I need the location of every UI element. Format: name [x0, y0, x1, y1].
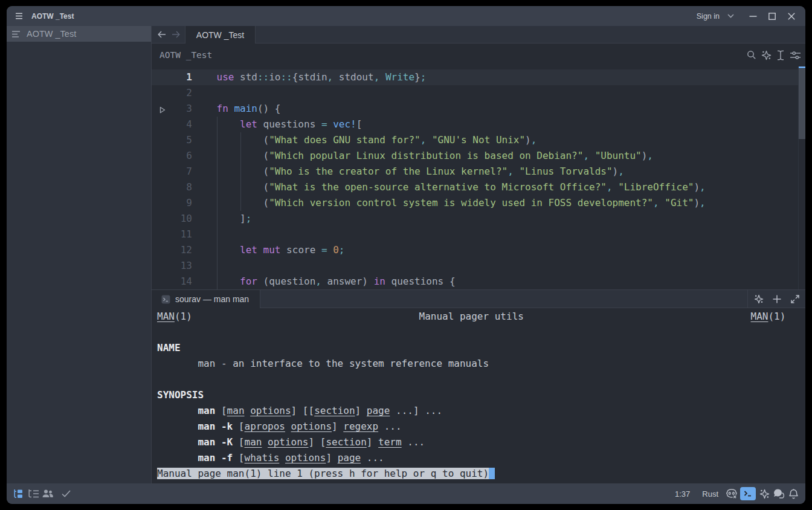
notifications-toggle[interactable]	[787, 486, 799, 502]
terminal-row	[157, 324, 805, 340]
terminal-tab-bar: sourav — man man	[152, 290, 805, 308]
code-text: ("What does GNU stand for?", "GNU's Not …	[217, 132, 537, 148]
terminal-row: man [man options] [[section] page ...] .…	[157, 403, 805, 419]
code-line-13[interactable]: 13	[152, 258, 805, 274]
right-content: AOTW _Test AOTW _Test	[152, 26, 805, 483]
scrollbar-thumb[interactable]	[799, 69, 805, 139]
editor-controls-button[interactable]	[788, 48, 802, 62]
collab-panel-toggle[interactable]	[42, 486, 54, 502]
line-number: 5	[152, 132, 218, 148]
main-area: AOTW _Test	[7, 26, 805, 483]
sparkle-icon	[754, 294, 764, 304]
code-line-7[interactable]: 7 ("Who is the creator of the Linux kern…	[152, 164, 805, 179]
line-number: 8	[152, 179, 218, 195]
code-text: fn main() {	[217, 101, 281, 117]
terminal-output[interactable]: MAN(1) Manual pager utils MAN(1)NAME man…	[152, 308, 805, 483]
project-panel-selected-item[interactable]: AOTW _Test	[7, 26, 151, 42]
terminal-panel: sourav — man man	[152, 290, 805, 483]
close-button[interactable]	[782, 8, 801, 25]
terminal-row: SYNOPSIS	[157, 387, 805, 403]
line-number: 2	[152, 85, 218, 101]
titlebar: AOTW _Test Sign in	[7, 6, 805, 26]
buffer-search-button[interactable]	[744, 48, 759, 62]
terminal-row: Manual page man(1) line 1 (press h for h…	[157, 466, 805, 482]
tab-aotw-test[interactable]: AOTW _Test	[185, 26, 256, 44]
indent-guide	[217, 117, 218, 289]
app-menu-button[interactable]	[10, 6, 27, 26]
editor-scrollbar[interactable]	[798, 66, 805, 289]
line-number: 13	[152, 258, 218, 274]
code-line-2[interactable]: 2	[152, 85, 805, 101]
line-number: 14	[152, 274, 218, 289]
line-number: 6	[152, 148, 218, 164]
code-line-4[interactable]: 4 let questions = vec![	[152, 117, 805, 132]
expand-icon	[791, 295, 799, 303]
nav-back-button[interactable]	[156, 28, 168, 40]
nav-forward-button[interactable]	[170, 28, 182, 40]
indent-guide	[240, 132, 241, 211]
code-line-14[interactable]: 14 for (question, answer) in questions {	[152, 274, 805, 289]
editor-lines: 1use std::io::{stdin, stdout, Write};23f…	[152, 69, 805, 289]
terminal-row: man -k [apropos options] regexp ...	[157, 419, 805, 434]
project-item-label: AOTW _Test	[27, 29, 76, 39]
scrollbar-cursor-mark	[799, 66, 805, 68]
assistant-toggle[interactable]	[758, 486, 770, 502]
terminal-row: man -f [whatis options] page ...	[157, 450, 805, 466]
run-button[interactable]	[160, 105, 166, 116]
desktop: AOTW _Test Sign in	[0, 0, 812, 510]
code-line-6[interactable]: 6 ("Which popular Linux distribution is …	[152, 148, 805, 164]
code-text: ("Who is the creator of the Linux kernel…	[217, 164, 624, 179]
diagnostics-button[interactable]	[60, 486, 72, 502]
code-text: ("Which version control system is widely…	[217, 195, 706, 211]
code-line-5[interactable]: 5 ("What does GNU stand for?", "GNU's No…	[152, 132, 805, 148]
plus-icon	[773, 295, 781, 303]
copilot-button[interactable]	[726, 486, 738, 502]
code-line-3[interactable]: 3fn main() {	[152, 101, 805, 117]
code-line-10[interactable]: 10 ];	[152, 211, 805, 227]
code-line-11[interactable]: 11	[152, 227, 805, 242]
tab-bar-empty-space	[256, 26, 805, 44]
terminal-panel-toggle[interactable]	[740, 487, 756, 500]
tab-label: AOTW _Test	[196, 30, 244, 40]
code-line-8[interactable]: 8 ("What is the open-source alternative …	[152, 179, 805, 195]
code-text: ("Which popular Linux distribution is ba…	[217, 148, 654, 164]
bell-icon	[789, 489, 798, 499]
code-line-12[interactable]: 12 let mut score = 0;	[152, 242, 805, 258]
code-line-1[interactable]: 1use std::io::{stdin, stdout, Write};	[152, 69, 805, 85]
minimize-button[interactable]	[743, 8, 762, 25]
edit-mode-button[interactable]	[773, 48, 788, 62]
terminal-row: MAN(1) Manual pager utils MAN(1)	[157, 309, 805, 324]
terminal-actions	[747, 290, 805, 308]
inline-assist-button[interactable]	[759, 48, 773, 62]
assistant-sparkle-icon	[759, 489, 770, 499]
ibeam-icon	[777, 50, 784, 60]
line-number: 11	[152, 227, 218, 242]
breadcrumb[interactable]: AOTW _Test	[160, 50, 212, 60]
zoom-panel-button[interactable]	[788, 292, 802, 306]
terminal-tab-label: sourav — man man	[175, 294, 249, 304]
outline-panel-toggle[interactable]	[27, 486, 39, 502]
terminal-cursor	[489, 468, 495, 479]
sign-in-button[interactable]: Sign in	[693, 10, 723, 23]
language-selector[interactable]: Rust	[697, 488, 723, 500]
line-number: 1	[152, 69, 218, 85]
chevron-down-icon[interactable]	[723, 8, 738, 24]
terminal-tab[interactable]: sourav — man man	[152, 290, 260, 308]
chat-toggle[interactable]	[773, 486, 785, 502]
maximize-button[interactable]	[762, 8, 782, 25]
toolbar-icons	[744, 48, 802, 62]
zed-window: AOTW _Test Sign in	[7, 6, 805, 504]
terminal-inline-assist-button[interactable]	[752, 292, 766, 306]
new-terminal-button[interactable]	[770, 292, 784, 306]
window-title: AOTW _Test	[31, 12, 74, 21]
project-panel: AOTW _Test	[7, 26, 152, 483]
code-text: use std::io::{stdin, stdout, Write};	[217, 69, 427, 85]
line-number: 4	[152, 117, 218, 132]
cursor-position[interactable]: 1:37	[670, 488, 695, 500]
code-text: let mut score = 0;	[217, 242, 345, 258]
project-panel-toggle[interactable]	[13, 486, 25, 502]
code-line-9[interactable]: 9 ("Which version control system is wide…	[152, 195, 805, 211]
code-editor[interactable]: 1use std::io::{stdin, stdout, Write};23f…	[152, 66, 805, 289]
editor-pane: AOTW _Test AOTW _Test	[152, 26, 805, 290]
terminal-row: man -K [man options] [section] term ...	[157, 434, 805, 450]
